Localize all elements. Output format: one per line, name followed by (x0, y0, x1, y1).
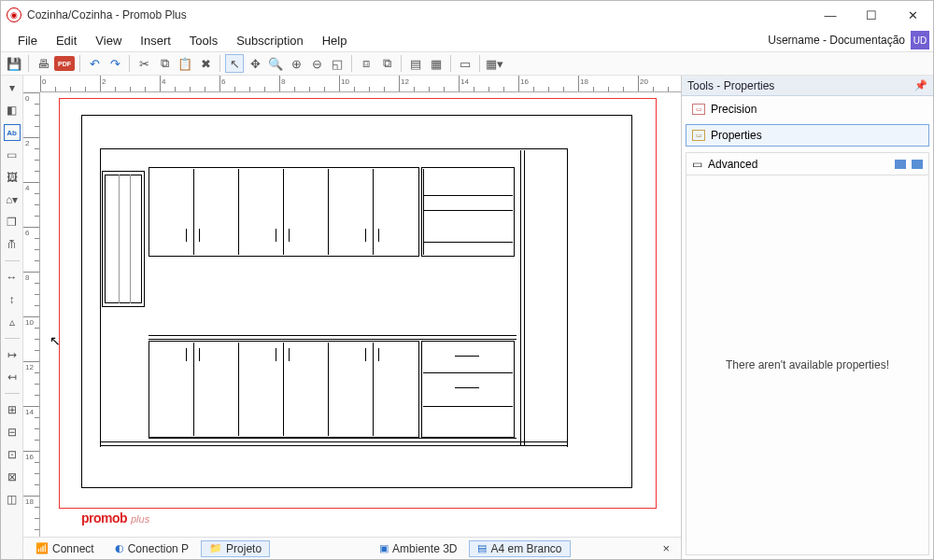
panel-header[interactable]: Tools - Properties 📌 (682, 76, 933, 96)
pan-icon[interactable]: ✥ (246, 54, 264, 73)
menu-file[interactable]: File (8, 32, 47, 49)
lt-object-icon[interactable]: ⌂▾ (4, 191, 21, 208)
pointer-tool-icon[interactable]: ↖ (225, 54, 244, 73)
view-mode-a-icon[interactable] (895, 160, 906, 169)
copy-icon[interactable]: ⧉ (155, 54, 174, 73)
kitchen-elevation (100, 148, 567, 447)
precision-label: Precision (711, 103, 757, 116)
tab-projeto-label: Projeto (226, 542, 262, 555)
main-row: ▾ ◧ Ab ▭ 🖼 ⌂▾ ❐ ⫚ ↔ ↕ ▵ ↦ ↤ ⊞ ⊟ ⊡ ⊠ ◫ 02… (1, 76, 933, 559)
lt-angle-icon[interactable]: ▵ (4, 314, 21, 330)
doc-a-icon[interactable]: ▭ (456, 54, 474, 73)
lt-rect-icon[interactable]: ▭ (4, 147, 21, 163)
tab-projeto[interactable]: 📁 Projeto (201, 540, 270, 557)
tab-ambiente3d-label: Ambiente 3D (392, 542, 457, 555)
layers-a-icon[interactable]: ▤ (406, 54, 425, 73)
lt-misc-c-icon[interactable]: ⊡ (4, 446, 21, 463)
username-label: Username - Documentação (768, 34, 905, 47)
tab-conection-p-label: Conection P (128, 542, 189, 555)
save-icon[interactable]: 💾 (5, 54, 23, 73)
bottom-tabs: 📶 Connect ◐ Conection P 📁 Projeto ▣ Ambi… (23, 537, 681, 559)
lt-arrow-b-icon[interactable]: ↤ (4, 369, 21, 385)
cube-icon: ▣ (379, 542, 389, 554)
page-icon: ▤ (477, 542, 487, 554)
lt-misc-e-icon[interactable]: ◫ (4, 491, 21, 508)
panel-title: Tools - Properties (687, 79, 774, 92)
tab-connect[interactable]: 📶 Connect (27, 540, 103, 557)
app-window: ◉ Cozinha/Cozinha - Promob Plus — ☐ ✕ Fi… (0, 0, 934, 560)
advanced-icon: ▭ (692, 158, 702, 171)
menu-insert[interactable]: Insert (131, 32, 180, 49)
advanced-header[interactable]: ▭ Advanced (686, 153, 928, 175)
properties-label: Properties (711, 129, 762, 142)
toolbar-main: 💾 🖶 PDF ↶ ↷ ✂ ⧉ 📋 ✖ ↖ ✥ 🔍 ⊕ ⊖ ◱ ⧈ ⧉ ▤ ▦ … (1, 51, 933, 76)
brand-suffix: plus (131, 513, 149, 525)
crop-a-icon[interactable]: ⧈ (357, 54, 375, 73)
app-icon: ◉ (7, 7, 21, 22)
menu-tools[interactable]: Tools (180, 32, 227, 49)
cut-icon[interactable]: ✂ (134, 54, 153, 73)
lt-dropdown-icon[interactable]: ▾ (4, 79, 21, 96)
titlebar: ◉ Cozinha/Cozinha - Promob Plus — ☐ ✕ (1, 1, 933, 29)
crop-b-icon[interactable]: ⧉ (377, 54, 396, 73)
menu-subscription[interactable]: Subscription (227, 32, 313, 49)
close-button[interactable]: ✕ (892, 2, 933, 28)
redo-icon[interactable]: ↷ (106, 54, 124, 73)
lt-component-icon[interactable]: ❐ (4, 214, 21, 231)
layers-b-icon[interactable]: ▦ (427, 54, 446, 73)
palette-icon[interactable]: ▦▾ (485, 54, 503, 73)
left-toolbar: ▾ ◧ Ab ▭ 🖼 ⌂▾ ❐ ⫚ ↔ ↕ ▵ ↦ ↤ ⊞ ⊟ ⊡ ⊠ ◫ (1, 76, 23, 559)
minimize-button[interactable]: — (810, 2, 851, 28)
maximize-button[interactable]: ☐ (851, 2, 892, 28)
menu-edit[interactable]: Edit (47, 32, 86, 49)
view-mode-b-icon[interactable] (912, 160, 923, 169)
user-badge[interactable]: UD (911, 31, 929, 49)
print-icon[interactable]: 🖶 (34, 54, 52, 73)
link-icon: ◐ (115, 542, 124, 554)
properties-icon: ▭ (692, 130, 705, 141)
lt-line-h-icon[interactable]: ↔ (4, 269, 21, 286)
properties-panel: Tools - Properties 📌 ▭ Precision ▭ Prope… (681, 76, 933, 559)
window-title: Cozinha/Cozinha - Promob Plus (27, 8, 187, 21)
tab-ambiente3d[interactable]: ▣ Ambiente 3D (371, 540, 465, 557)
tab-connect-label: Connect (52, 542, 94, 555)
brand-mark: promob plus (81, 511, 149, 525)
lt-line-v-icon[interactable]: ↕ (4, 291, 21, 308)
undo-icon[interactable]: ↶ (85, 54, 104, 73)
pin-icon[interactable]: 📌 (914, 79, 927, 91)
lt-misc-a-icon[interactable]: ⊞ (4, 401, 21, 418)
ruler-vertical: 02468101214161820 (23, 92, 40, 537)
tab-a4-branco-label: A4 em Branco (490, 542, 561, 555)
zoom-fit-icon[interactable]: ◱ (328, 54, 347, 73)
paste-icon[interactable]: 📋 (176, 54, 194, 73)
advanced-section: ▭ Advanced There aren't available proper… (686, 152, 929, 555)
menu-view[interactable]: View (86, 32, 131, 49)
lt-shape-icon[interactable]: ◧ (4, 102, 21, 119)
zoom-out-icon[interactable]: ⊖ (307, 54, 326, 73)
zoom-window-icon[interactable]: 🔍 (266, 54, 285, 73)
advanced-label: Advanced (708, 158, 757, 171)
folder-icon: 📁 (209, 542, 222, 554)
empty-message: There aren't available properties! (686, 175, 928, 554)
ruler-horizontal: 02468101214161820 (40, 76, 681, 92)
lt-misc-b-icon[interactable]: ⊟ (4, 424, 21, 441)
tab-conection-p[interactable]: ◐ Conection P (106, 540, 197, 557)
lt-image-icon[interactable]: 🖼 (4, 169, 21, 186)
zoom-in-icon[interactable]: ⊕ (287, 54, 305, 73)
row-properties[interactable]: ▭ Properties (686, 124, 929, 147)
menubar: File Edit View Insert Tools Subscription… (1, 29, 933, 51)
center-area: 02468101214161820 02468101214161820 (23, 76, 681, 559)
lt-dim-icon[interactable]: ⫚ (4, 236, 21, 253)
lt-arrow-a-icon[interactable]: ↦ (4, 346, 21, 363)
tab-a4-branco[interactable]: ▤ A4 em Branco (469, 540, 570, 557)
rss-icon: 📶 (35, 542, 49, 554)
tab-close-button[interactable]: × (655, 541, 677, 555)
drawing-canvas[interactable]: promob plus ↖ (40, 92, 681, 537)
pdf-icon[interactable]: PDF (54, 56, 75, 71)
delete-icon[interactable]: ✖ (196, 54, 215, 73)
brand-name: promob (81, 511, 127, 525)
row-precision[interactable]: ▭ Precision (686, 98, 929, 120)
lt-text-icon[interactable]: Ab (4, 124, 21, 141)
lt-misc-d-icon[interactable]: ⊠ (4, 469, 21, 485)
menu-help[interactable]: Help (313, 32, 357, 49)
